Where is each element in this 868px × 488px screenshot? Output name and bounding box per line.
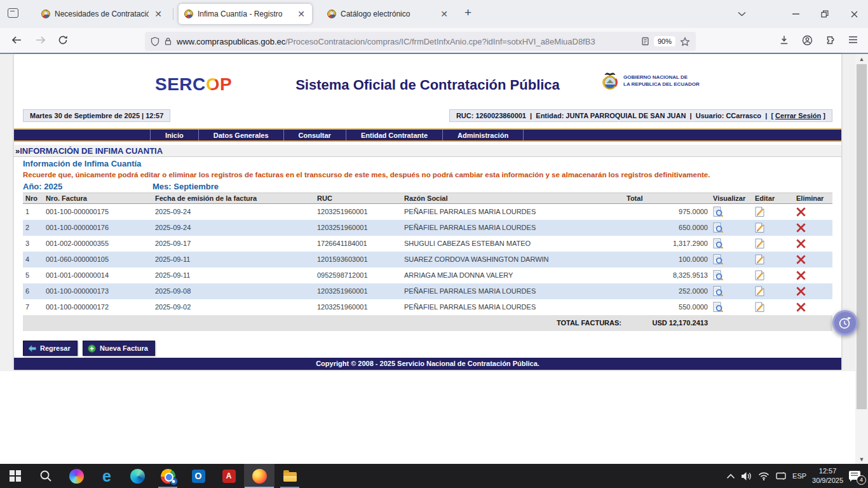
eliminar-icon[interactable]	[796, 271, 806, 280]
eliminar-icon[interactable]	[796, 239, 806, 248]
visualizar-action[interactable]	[710, 204, 752, 220]
menu-item-administracion[interactable]: Administración	[442, 130, 524, 140]
visualizar-action[interactable]	[710, 252, 752, 268]
file-explorer-button[interactable]	[275, 464, 305, 488]
eliminar-action[interactable]	[794, 299, 832, 315]
eliminar-action[interactable]	[794, 283, 832, 299]
search-button[interactable]	[31, 464, 61, 488]
editar-action[interactable]	[752, 236, 794, 252]
editar-action[interactable]	[752, 204, 794, 220]
tab-catalogo[interactable]: Catálogo electrónico ✕	[322, 4, 455, 24]
visualizar-icon[interactable]	[713, 254, 724, 265]
scrollbar-thumb[interactable]	[857, 64, 867, 409]
account-icon[interactable]	[802, 35, 813, 48]
bookmark-star-icon[interactable]	[680, 37, 690, 46]
menu-item-datos-generales[interactable]: Datos Generales	[198, 130, 283, 140]
editar-icon[interactable]	[755, 302, 765, 313]
tracking-shield-icon[interactable]	[151, 37, 159, 46]
reload-icon[interactable]	[58, 35, 68, 48]
tray-chevron-up-icon[interactable]	[726, 473, 735, 479]
regresar-button[interactable]: Regresar	[23, 341, 78, 356]
warning-text: Recuerde que, únicamente podrá editar o …	[23, 171, 710, 179]
menu-hamburger-icon[interactable]	[848, 35, 858, 46]
tab-infima-cuantia[interactable]: Infima Cuantía - Registro ✕	[179, 4, 312, 24]
start-button[interactable]	[0, 464, 31, 488]
new-tab-button[interactable]: +	[465, 6, 471, 20]
visualizar-action[interactable]	[710, 299, 752, 315]
menu-item-entidad-contratante[interactable]: Entidad Contratante	[346, 130, 442, 140]
extensions-icon[interactable]	[825, 35, 835, 48]
connect-display-icon[interactable]	[775, 471, 787, 480]
edge-button[interactable]	[122, 464, 153, 488]
editar-icon[interactable]	[755, 254, 765, 265]
nueva-factura-button[interactable]: Nueva Factura	[83, 341, 155, 356]
menu-item-consultar[interactable]: Consultar	[283, 130, 346, 140]
menu-item-inicio[interactable]: Inicio	[150, 130, 198, 140]
scroll-down-icon[interactable]: ▼	[855, 454, 868, 464]
copilot-button[interactable]	[61, 464, 92, 488]
url-bar[interactable]: www.compraspublicas.gob.ec/ProcesoContra…	[145, 32, 696, 51]
language-indicator[interactable]: ESP	[792, 472, 806, 480]
visualizar-action[interactable]	[710, 283, 752, 299]
notification-center-button[interactable]: 4	[849, 471, 862, 482]
acrobat-button[interactable]: A	[214, 464, 244, 488]
visualizar-action[interactable]	[710, 268, 752, 283]
visualizar-icon[interactable]	[713, 286, 724, 297]
eliminar-icon[interactable]	[796, 255, 806, 264]
editar-icon[interactable]	[755, 222, 765, 233]
forward-icon[interactable]	[35, 35, 46, 48]
eliminar-icon[interactable]	[796, 223, 806, 233]
volume-icon[interactable]	[741, 471, 752, 481]
eliminar-action[interactable]	[794, 236, 832, 252]
tab-close-icon[interactable]: ✕	[153, 10, 163, 18]
url-text[interactable]: www.compraspublicas.gob.ec/ProcesoContra…	[177, 37, 637, 46]
logout-link[interactable]: Cerrar Sesión	[775, 112, 821, 119]
close-button[interactable]	[844, 6, 864, 22]
editar-icon[interactable]	[755, 286, 765, 297]
taskbar-clock[interactable]: 12:57 30/9/2025	[812, 466, 843, 485]
visualizar-icon[interactable]	[713, 207, 724, 217]
editar-icon[interactable]	[755, 238, 765, 249]
eliminar-action[interactable]	[794, 252, 832, 268]
lock-icon[interactable]	[164, 37, 172, 46]
tab-close-icon[interactable]: ✕	[439, 10, 449, 18]
zoom-level-badge[interactable]: 90%	[654, 36, 675, 46]
cell-ruc: 1203251960001	[315, 283, 402, 299]
reader-mode-icon[interactable]	[641, 37, 649, 46]
editar-icon[interactable]	[755, 270, 765, 281]
visualizar-action[interactable]	[710, 220, 752, 236]
tab-close-icon[interactable]: ✕	[296, 10, 306, 18]
eliminar-icon[interactable]	[796, 302, 806, 312]
chrome-button[interactable]: ☻	[153, 464, 183, 488]
scroll-up-icon[interactable]: ▲	[855, 54, 868, 64]
tab-tray-icon[interactable]	[8, 8, 18, 18]
list-tabs-chevron-icon[interactable]	[732, 6, 751, 22]
outlook-button[interactable]: O	[183, 464, 214, 488]
minimize-button[interactable]	[786, 6, 805, 22]
visualizar-action[interactable]	[710, 236, 752, 252]
back-icon[interactable]	[11, 35, 22, 48]
eliminar-icon[interactable]	[796, 287, 806, 296]
session-timer-widget[interactable]	[832, 310, 858, 336]
eliminar-action[interactable]	[794, 268, 832, 283]
editar-action[interactable]	[752, 220, 794, 236]
eliminar-icon[interactable]	[796, 207, 806, 217]
visualizar-icon[interactable]	[713, 222, 724, 233]
scrollbar[interactable]: ▲ ▼	[855, 54, 868, 464]
eliminar-action[interactable]	[794, 204, 832, 220]
visualizar-icon[interactable]	[713, 270, 724, 281]
eliminar-action[interactable]	[794, 220, 832, 236]
editar-action[interactable]	[752, 283, 794, 299]
editar-action[interactable]	[752, 299, 794, 315]
visualizar-icon[interactable]	[713, 302, 724, 313]
editar-icon[interactable]	[755, 207, 765, 217]
internet-explorer-button[interactable]: e	[92, 464, 122, 488]
wifi-icon[interactable]	[758, 471, 770, 480]
restore-button[interactable]	[815, 6, 834, 22]
visualizar-icon[interactable]	[713, 238, 724, 249]
editar-action[interactable]	[752, 268, 794, 283]
firefox-button[interactable]	[244, 464, 275, 488]
editar-action[interactable]	[752, 252, 794, 268]
downloads-icon[interactable]	[779, 35, 789, 48]
tab-necesidades[interactable]: Necesidades de Contratación y ✕	[36, 4, 169, 24]
